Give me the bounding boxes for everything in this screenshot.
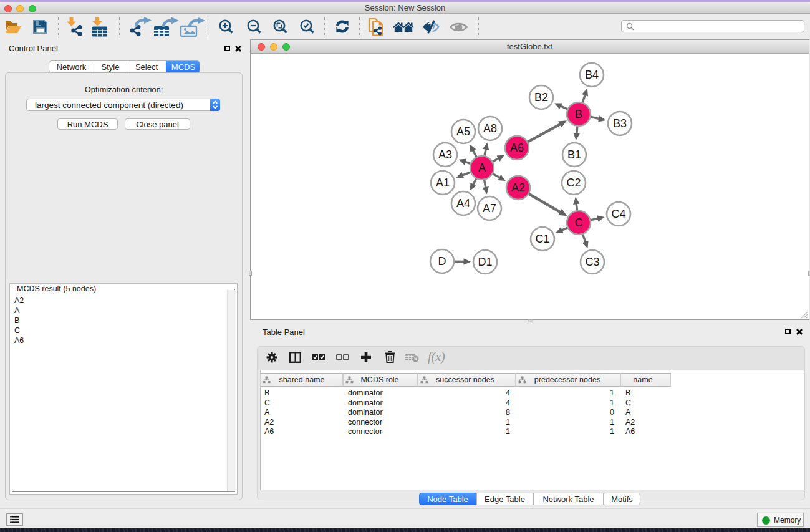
svg-text:C4: C4 xyxy=(611,208,625,220)
svg-text:A5: A5 xyxy=(456,125,470,138)
svg-text:D: D xyxy=(438,255,446,268)
svg-text:A1: A1 xyxy=(436,177,450,189)
svg-text:A3: A3 xyxy=(438,148,452,161)
svg-text:B3: B3 xyxy=(613,117,627,130)
svg-text:A6: A6 xyxy=(510,142,524,154)
svg-text:D1: D1 xyxy=(478,256,492,268)
svg-text:A8: A8 xyxy=(483,122,497,135)
svg-text:A2: A2 xyxy=(511,181,525,194)
svg-text:A4: A4 xyxy=(456,197,470,210)
svg-text:A: A xyxy=(478,162,486,174)
svg-text:B1: B1 xyxy=(567,148,581,161)
svg-text:B: B xyxy=(575,108,582,120)
svg-text:C1: C1 xyxy=(535,233,549,245)
svg-text:C2: C2 xyxy=(566,177,581,189)
svg-text:C: C xyxy=(575,216,583,229)
svg-text:B2: B2 xyxy=(534,91,548,104)
svg-text:B4: B4 xyxy=(585,69,599,81)
svg-text:A7: A7 xyxy=(483,202,496,215)
svg-text:C3: C3 xyxy=(585,256,599,268)
